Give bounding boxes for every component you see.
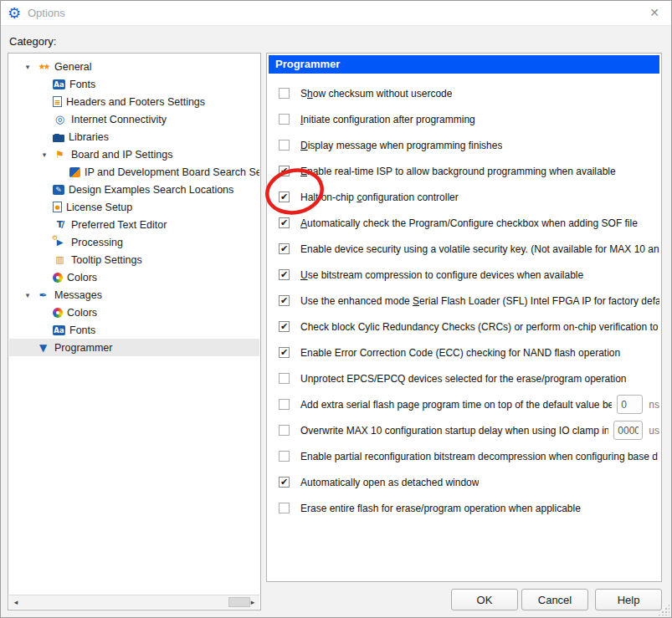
setting-label: Automatically check the Program/Configur… <box>300 217 638 229</box>
checkbox[interactable] <box>279 88 290 99</box>
internet-icon: ◎ <box>53 114 67 125</box>
setting-label: Enable Error Correction Code (ECC) check… <box>300 347 620 359</box>
setting-label: Add extra serial flash page program time… <box>300 399 612 411</box>
setting-label: Enable real-time ISP to allow background… <box>300 166 616 177</box>
chevron-down-icon[interactable]: ▾ <box>19 291 36 299</box>
chevron-down-icon[interactable]: ▾ <box>19 63 36 71</box>
setting-row: ✔Enable Error Correction Code (ECC) chec… <box>269 340 659 365</box>
unit-label: us <box>649 425 659 437</box>
setting-label: Halt on-chip configuration controller <box>300 192 459 203</box>
panel-header: Programmer <box>269 55 659 74</box>
window-title: Options <box>28 7 65 19</box>
setting-label: Erase entire flash for erase/program ope… <box>300 503 581 514</box>
checkbox[interactable]: ✔ <box>279 166 290 176</box>
tree-item-fonts[interactable]: AaFonts <box>9 321 259 339</box>
value-input[interactable] <box>613 421 643 440</box>
checkbox[interactable]: ✔ <box>279 347 290 358</box>
setting-row: Overwrite MAX 10 configuration startup d… <box>269 417 659 443</box>
programmer-settings-panel: Programmer Show checksum without usercod… <box>266 53 662 582</box>
setting-row: Display message when programming finishe… <box>269 132 659 158</box>
tree-item-general[interactable]: ▾★★General <box>9 58 259 75</box>
tree-item-label: Fonts <box>69 324 95 336</box>
ok-button[interactable]: OK <box>451 589 518 610</box>
close-icon[interactable]: ✕ <box>649 6 659 19</box>
setting-row: ✔Automatically open as detached window <box>269 469 659 495</box>
setting-label: Use bitstream compression to configure d… <box>300 269 583 281</box>
checkbox[interactable]: ✔ <box>279 321 290 332</box>
setting-row: ✔Automatically check the Program/Configu… <box>269 210 659 236</box>
category-label: Category: <box>9 35 56 48</box>
tree-item-label: License Setup <box>66 202 132 213</box>
setting-label: Overwrite MAX 10 configuration startup d… <box>300 425 608 437</box>
setting-row: Initiate configuration after programming <box>269 106 659 132</box>
stars-icon: ★★ <box>36 61 50 73</box>
checkbox[interactable]: ✔ <box>279 243 290 254</box>
tree-item-board-and-ip-settings[interactable]: ▾⚑Board and IP Settings <box>9 146 259 163</box>
tree-item-tooltip-settings[interactable]: ▥Tooltip Settings <box>9 251 259 268</box>
tree-item-processing[interactable]: ▶Processing <box>9 233 259 251</box>
tree-item-programmer[interactable]: ▼Programmer <box>9 339 259 356</box>
checkbox[interactable]: ✔ <box>279 295 290 306</box>
checkbox[interactable] <box>279 425 290 436</box>
tree-item-label: Colors <box>67 307 97 319</box>
tree-item-fonts[interactable]: AaFonts <box>9 75 259 93</box>
checkbox[interactable]: ✔ <box>279 269 290 280</box>
checkbox[interactable] <box>279 373 290 384</box>
tree-item-ip-and-development-board-search-settings[interactable]: IP and Development Board Search Settings <box>9 163 259 181</box>
messages-icon: ✒ <box>36 289 50 301</box>
settings-list: Show checksum without usercodeInitiate c… <box>269 80 659 580</box>
tree-item-license-setup[interactable]: ●License Setup <box>9 198 259 216</box>
setting-row: ✔Use the enhanced mode Serial Flash Load… <box>269 288 659 314</box>
scroll-right-icon[interactable]: ▸ <box>246 595 259 609</box>
checkbox[interactable] <box>279 399 290 410</box>
setting-row: ✔Halt on-chip configuration controller <box>269 184 659 210</box>
tree-item-colors[interactable]: Colors <box>9 304 259 321</box>
setting-row: ✔Check block Cylic Redundancy Checks (CR… <box>269 314 659 340</box>
tree-item-label: Programmer <box>54 342 112 354</box>
setting-label: Show checksum without usercode <box>300 88 452 100</box>
colors-icon <box>53 308 63 318</box>
setting-label: Automatically open as detached window <box>300 477 479 488</box>
setting-row: ✔Use bitstream compression to configure … <box>269 262 659 288</box>
tree-item-label: Internet Connectivity <box>71 114 167 125</box>
unit-label: ns <box>649 399 659 411</box>
checkbox[interactable] <box>279 140 290 151</box>
tree-item-internet-connectivity[interactable]: ◎Internet Connectivity <box>9 110 259 128</box>
tree-item-colors[interactable]: Colors <box>9 268 259 286</box>
category-tree-panel: ▾★★GeneralAaFonts≡Headers and Footers Se… <box>8 53 261 610</box>
setting-row: Add extra serial flash page program time… <box>269 391 659 417</box>
setting-row: ✔Enable real-time ISP to allow backgroun… <box>269 158 659 184</box>
checkbox[interactable] <box>279 451 290 462</box>
tree-item-design-examples-search-locations[interactable]: ✎Design Examples Search Locations <box>9 181 259 198</box>
scroll-left-icon[interactable]: ◂ <box>9 595 23 609</box>
tree-item-headers-and-footers-settings[interactable]: ≡Headers and Footers Settings <box>9 93 259 110</box>
cancel-button[interactable]: Cancel <box>521 589 588 610</box>
fonts-icon: Aa <box>53 79 65 89</box>
chevron-down-icon[interactable]: ▾ <box>36 151 53 159</box>
board-icon: ⚑ <box>53 149 67 161</box>
tree-item-preferred-text-editor[interactable]: T∕Preferred Text Editor <box>9 216 259 233</box>
text-editor-icon: T∕ <box>53 219 67 231</box>
checkbox[interactable]: ✔ <box>279 477 290 488</box>
tree-item-label: Messages <box>54 289 102 301</box>
design-examples-icon: ✎ <box>53 185 64 195</box>
checkbox[interactable] <box>279 503 290 513</box>
checkbox[interactable]: ✔ <box>279 192 290 202</box>
setting-label: Use the enhanced mode Serial Flash Loade… <box>300 295 659 307</box>
libraries-icon <box>53 135 64 142</box>
tree-item-messages[interactable]: ▾✒Messages <box>9 286 259 304</box>
tree-horizontal-scrollbar[interactable]: ◂ ▸ <box>9 595 259 609</box>
tree-item-label: Design Examples Search Locations <box>69 184 233 196</box>
help-button[interactable]: Help <box>595 589 662 610</box>
value-input[interactable] <box>617 395 643 414</box>
checkbox[interactable] <box>279 114 290 125</box>
tree-item-label: Headers and Footers Settings <box>66 96 205 108</box>
setting-row: Unprotect EPCS/EPCQ devices selected for… <box>269 365 659 391</box>
setting-label: Enable device security using a volatile … <box>300 243 659 255</box>
processing-icon: ▶ <box>53 237 67 248</box>
tree-item-libraries[interactable]: Libraries <box>9 128 259 146</box>
setting-label: Unprotect EPCS/EPCQ devices selected for… <box>300 373 627 385</box>
checkbox[interactable]: ✔ <box>279 217 290 228</box>
setting-row: Erase entire flash for erase/program ope… <box>269 495 659 521</box>
headers-footers-icon: ≡ <box>53 96 62 107</box>
